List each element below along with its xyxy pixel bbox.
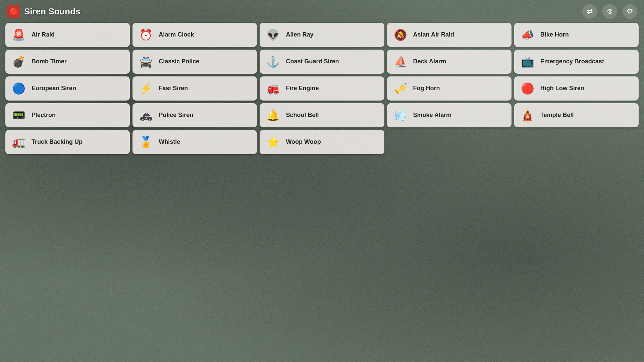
- classic-police-icon: 🚔: [138, 54, 154, 70]
- plectron-label: Plectron: [32, 112, 56, 119]
- sound-card-european-siren[interactable]: 🔵European Siren: [5, 76, 130, 101]
- fire-engine-label: Fire Engine: [286, 85, 319, 92]
- sound-card-fog-horn[interactable]: 🎺Fog Horn: [387, 76, 512, 101]
- fast-siren-icon: ⚡: [138, 80, 154, 97]
- sound-card-whistle[interactable]: 🏅Whistle: [132, 130, 257, 154]
- sound-card-police-siren[interactable]: 🚓Police Siren: [132, 103, 257, 127]
- sound-card-woop-woop[interactable]: ⭐Woop Woop: [260, 130, 384, 154]
- header-left: 🔴 Siren Sounds: [7, 5, 80, 18]
- asian-air-raid-icon: 🔕: [392, 27, 409, 43]
- deck-alarm-label: Deck Alarm: [413, 58, 446, 65]
- settings-button[interactable]: ⚙: [623, 4, 637, 19]
- bomb-timer-icon: 💣: [11, 54, 27, 70]
- sound-card-coast-guard-siren[interactable]: ⚓Coast Guard Siren: [260, 50, 384, 74]
- fire-engine-icon: 🚒: [265, 80, 281, 97]
- sound-card-air-raid[interactable]: 🚨Air Raid: [5, 23, 130, 47]
- sound-card-temple-bell[interactable]: 🛕Temple Bell: [514, 103, 639, 127]
- fog-horn-icon: 🎺: [392, 80, 409, 97]
- air-raid-icon: 🚨: [11, 27, 27, 43]
- sound-card-bomb-timer[interactable]: 💣Bomb Timer: [5, 50, 130, 74]
- shuffle-button[interactable]: ⇄: [582, 4, 597, 19]
- woop-woop-label: Woop Woop: [286, 138, 321, 146]
- sound-card-deck-alarm[interactable]: ⛵Deck Alarm: [387, 50, 512, 74]
- app-title: Siren Sounds: [24, 6, 80, 17]
- app-icon: 🔴: [7, 5, 20, 18]
- classic-police-label: Classic Police: [159, 58, 199, 65]
- sound-card-classic-police[interactable]: 🚔Classic Police: [132, 50, 257, 74]
- smoke-alarm-icon: 💨: [392, 107, 409, 123]
- alarm-clock-icon: ⏰: [138, 27, 154, 43]
- temple-bell-label: Temple Bell: [540, 112, 574, 119]
- asian-air-raid-label: Asian Air Raid: [413, 31, 454, 39]
- app-icon-emoji: 🔴: [9, 7, 18, 15]
- close-button[interactable]: ⊗: [602, 4, 617, 19]
- school-bell-icon: 🔔: [265, 107, 281, 123]
- sound-card-fast-siren[interactable]: ⚡Fast Siren: [132, 76, 257, 101]
- header-right: ⇄ ⊗ ⚙: [582, 4, 637, 19]
- school-bell-label: School Bell: [286, 112, 319, 119]
- sounds-grid: 🚨Air Raid⏰Alarm Clock👽Alien Ray🔕Asian Ai…: [0, 23, 644, 154]
- fog-horn-label: Fog Horn: [413, 85, 440, 92]
- air-raid-label: Air Raid: [32, 31, 55, 39]
- alien-ray-label: Alien Ray: [286, 31, 313, 39]
- temple-bell-icon: 🛕: [520, 107, 536, 123]
- truck-backing-up-label: Truck Backing Up: [32, 138, 83, 146]
- sound-card-truck-backing-up[interactable]: 🚛Truck Backing Up: [5, 130, 130, 154]
- sound-card-emergency-broadcast[interactable]: 📺Emergency Broadcast: [514, 50, 639, 74]
- coast-guard-siren-label: Coast Guard Siren: [286, 58, 339, 65]
- whistle-label: Whistle: [159, 138, 180, 146]
- sound-card-asian-air-raid[interactable]: 🔕Asian Air Raid: [387, 23, 512, 47]
- coast-guard-siren-icon: ⚓: [265, 54, 281, 70]
- plectron-icon: 📟: [11, 107, 27, 123]
- high-low-siren-label: High Low Siren: [540, 85, 584, 92]
- european-siren-label: European Siren: [32, 85, 76, 92]
- emergency-broadcast-icon: 📺: [520, 54, 536, 70]
- high-low-siren-icon: 🔴: [520, 80, 536, 97]
- police-siren-icon: 🚓: [138, 107, 154, 123]
- sound-card-plectron[interactable]: 📟Plectron: [5, 103, 130, 127]
- sound-card-alien-ray[interactable]: 👽Alien Ray: [260, 23, 384, 47]
- sound-card-alarm-clock[interactable]: ⏰Alarm Clock: [132, 23, 257, 47]
- police-siren-label: Police Siren: [159, 112, 193, 119]
- alarm-clock-label: Alarm Clock: [159, 31, 194, 39]
- bomb-timer-label: Bomb Timer: [32, 58, 67, 65]
- woop-woop-icon: ⭐: [265, 134, 281, 150]
- sound-card-fire-engine[interactable]: 🚒Fire Engine: [260, 76, 384, 101]
- sound-card-high-low-siren[interactable]: 🔴High Low Siren: [514, 76, 639, 101]
- sound-card-bike-horn[interactable]: 📣Bike Horn: [514, 23, 639, 47]
- truck-backing-up-icon: 🚛: [11, 134, 27, 150]
- sound-card-school-bell[interactable]: 🔔School Bell: [260, 103, 384, 127]
- alien-ray-icon: 👽: [265, 27, 281, 43]
- emergency-broadcast-label: Emergency Broadcast: [540, 58, 604, 65]
- smoke-alarm-label: Smoke Alarm: [413, 112, 451, 119]
- european-siren-icon: 🔵: [11, 80, 27, 97]
- bike-horn-label: Bike Horn: [540, 31, 569, 39]
- fast-siren-label: Fast Siren: [159, 85, 188, 92]
- app-header: 🔴 Siren Sounds ⇄ ⊗ ⚙: [0, 0, 644, 23]
- deck-alarm-icon: ⛵: [392, 54, 409, 70]
- sound-card-smoke-alarm[interactable]: 💨Smoke Alarm: [387, 103, 512, 127]
- whistle-icon: 🏅: [138, 134, 154, 150]
- bike-horn-icon: 📣: [520, 27, 536, 43]
